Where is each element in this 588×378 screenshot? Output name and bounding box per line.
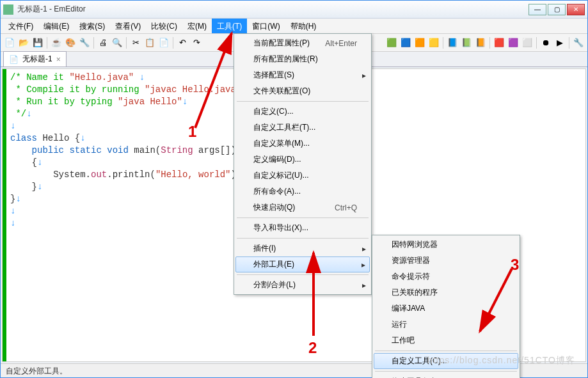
menu-item-label: 资源管理器 [392, 255, 430, 266]
preview-icon[interactable]: 🔍 [111, 36, 123, 49]
menu-帮助(H)[interactable]: 帮助(H) [285, 19, 322, 33]
toolbar-separator [173, 37, 173, 49]
plugin-icon[interactable]: 📗 [460, 36, 473, 49]
plugin-icon[interactable]: 🟦 [399, 36, 412, 49]
document-tab[interactable]: 📄 无标题-1 × [3, 51, 67, 67]
menu-item[interactable]: 自定义工具栏(T)... [235, 120, 370, 136]
menu-工具(T)[interactable]: 工具(T) [212, 19, 247, 33]
menu-item-label: 因特网浏览器 [392, 239, 438, 250]
menu-item[interactable]: 自定义(C)... [235, 104, 370, 120]
plugin-icon[interactable]: 🟪 [507, 36, 520, 49]
redo-icon[interactable]: ↷ [190, 36, 203, 49]
menu-item[interactable]: 自定义标记(U)... [235, 168, 370, 184]
toolbar-separator [126, 37, 127, 49]
tools-menu-dropdown: 当前配置属性(P)Alt+Enter所有配置的属性(R)选择配置(S)▸文件关联… [234, 33, 372, 295]
save-icon[interactable]: 💾 [31, 36, 44, 49]
window-title: 无标题-1 - EmEditor [17, 4, 528, 15]
tab-label: 无标题-1 [22, 54, 52, 65]
menu-item[interactable]: 选择配置(S)▸ [235, 67, 370, 83]
copy-icon[interactable]: 📋 [143, 36, 156, 49]
plugin-icon[interactable]: 🟨 [427, 36, 440, 49]
menu-文件(F)[interactable]: 文件(F) [3, 19, 38, 33]
plugin-icon[interactable]: 🟩 [385, 36, 398, 49]
plugin-icon[interactable]: 🟥 [493, 36, 505, 49]
menu-item-label: 选择配置(S) [253, 70, 294, 81]
menu-item[interactable]: 所有配置的属性(R) [235, 51, 370, 67]
menu-item[interactable]: 已关联的程序 [374, 285, 518, 301]
close-button[interactable]: ✕ [567, 4, 585, 15]
menu-宏(M)[interactable]: 宏(M) [182, 19, 212, 33]
menu-编辑(E)[interactable]: 编辑(E) [38, 19, 74, 33]
menu-separator [237, 238, 369, 239]
menu-separator [375, 371, 517, 372]
play-icon[interactable]: ▶ [553, 36, 566, 49]
open-file-icon[interactable]: 📂 [17, 36, 30, 49]
app-icon [3, 4, 13, 15]
status-text: 自定义外部工具。 [6, 366, 67, 375]
menu-item[interactable]: 当前配置属性(P)Alt+Enter [235, 35, 370, 51]
menu-item[interactable]: 终止工具任务(J)Ctrl+Break [374, 374, 518, 378]
paste-icon[interactable]: 📄 [157, 36, 170, 49]
menu-shortcut: Ctrl+Q [335, 203, 357, 212]
menu-item[interactable]: 分割/合并(L)▸ [235, 277, 370, 293]
menu-item[interactable]: 导入和导出(X)... [235, 220, 370, 236]
annotation-label-2: 2 [308, 339, 317, 357]
menu-item[interactable]: 快速启动(Q)Ctrl+Q [235, 200, 370, 216]
toolbar-separator [443, 37, 443, 49]
menu-item[interactable]: 资源管理器 [374, 253, 518, 269]
submenu-arrow-icon: ▸ [362, 281, 366, 290]
plugin-icon[interactable]: 🟧 [413, 36, 426, 49]
menu-item-label: 命令提示符 [392, 271, 430, 282]
menu-item[interactable]: 编译JAVA [374, 301, 518, 317]
menu-separator [237, 101, 369, 102]
toolbar-separator [47, 37, 47, 49]
menu-item[interactable]: 文件关联配置(O) [235, 83, 370, 99]
menu-item[interactable]: 插件(I)▸ [235, 240, 370, 256]
plugin-icon[interactable]: ⬜ [521, 36, 534, 49]
palette-icon[interactable]: 🎨 [64, 36, 77, 49]
submenu-arrow-icon: ▸ [362, 71, 366, 80]
menu-item-label: 自定义标记(U)... [253, 170, 309, 181]
submenu-arrow-icon: ▸ [362, 244, 366, 253]
menu-搜索(S)[interactable]: 搜索(S) [74, 19, 110, 33]
menu-item[interactable]: 外部工具(E)▸ [235, 256, 370, 272]
title-bar: 无标题-1 - EmEditor — ▢ ✕ [1, 1, 587, 19]
menu-separator [237, 274, 369, 275]
config-icon[interactable]: 🔧 [78, 36, 91, 49]
java-icon[interactable]: ☕ [50, 36, 63, 49]
menu-查看(V)[interactable]: 查看(V) [110, 19, 146, 33]
record-icon[interactable]: ⏺ [539, 36, 552, 49]
menu-item[interactable]: 自定义菜单(M)... [235, 136, 370, 152]
print-icon[interactable]: 🖨 [97, 36, 109, 49]
annotation-label-1: 1 [188, 123, 196, 141]
menu-item-label: 所有命令(A)... [253, 186, 301, 197]
menu-item-label: 文件关联配置(O) [253, 86, 310, 97]
menu-item-label: 工作吧 [392, 335, 415, 346]
new-file-icon[interactable]: 📄 [3, 36, 16, 49]
menu-item-label: 当前配置属性(P) [253, 38, 310, 49]
menu-item-label: 编译JAVA [392, 303, 425, 314]
menu-item-label: 所有配置的属性(R) [253, 54, 318, 65]
tab-close-icon[interactable]: × [56, 55, 61, 64]
undo-icon[interactable]: ↶ [176, 36, 189, 49]
minimize-button[interactable]: — [528, 4, 546, 15]
menu-item[interactable]: 工作吧 [374, 333, 518, 349]
menu-item-label: 自定义菜单(M)... [253, 138, 310, 149]
menu-窗口(W)[interactable]: 窗口(W) [247, 19, 285, 33]
maximize-button[interactable]: ▢ [548, 4, 566, 15]
cut-icon[interactable]: ✂ [129, 36, 142, 49]
watermark: https://blog.csdn.net/51CTO博客 [427, 355, 575, 366]
menu-separator [237, 217, 369, 218]
menu-item-label: 自定义(C)... [253, 106, 294, 117]
menu-item-label: 外部工具(E) [253, 259, 294, 270]
menu-item[interactable]: 因特网浏览器 [374, 237, 518, 253]
menu-item[interactable]: 运行 [374, 317, 518, 333]
plugin-icon[interactable]: 📙 [474, 36, 487, 49]
menu-item[interactable]: 命令提示符 [374, 269, 518, 285]
tool-icon[interactable]: 🔧 [572, 36, 585, 49]
menu-item[interactable]: 所有命令(A)... [235, 184, 370, 200]
menu-item[interactable]: 定义编码(D)... [235, 152, 370, 168]
plugin-icon[interactable]: 📘 [446, 36, 459, 49]
submenu-arrow-icon: ▸ [362, 260, 365, 269]
menu-比较(C)[interactable]: 比较(C) [146, 19, 182, 33]
